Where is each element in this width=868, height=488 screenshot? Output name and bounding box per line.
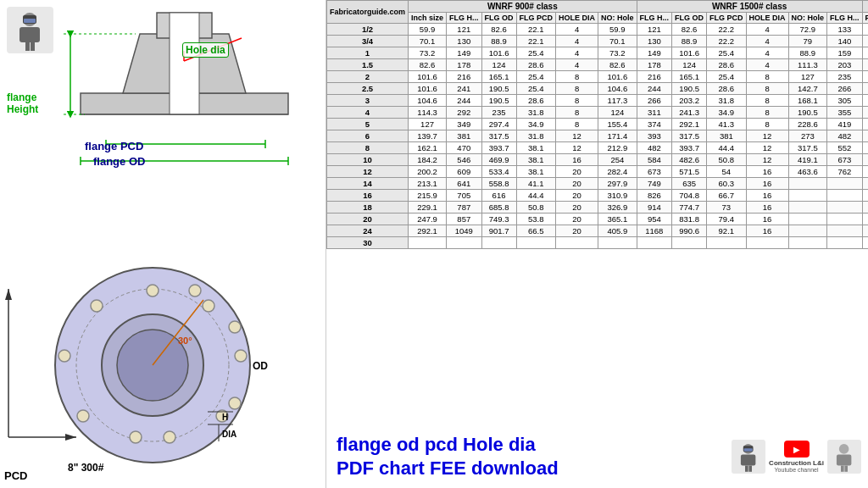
table-cell: 326.9	[598, 202, 637, 214]
svg-rect-59	[744, 449, 753, 452]
svg-point-32	[130, 431, 142, 443]
svg-rect-62	[837, 455, 851, 466]
col-hole-dia-1500: HOLE DIA	[746, 13, 788, 24]
table-cell: 16	[746, 166, 788, 178]
table-cell: 124	[481, 59, 516, 71]
table-cell	[788, 190, 827, 202]
table-cell: 635	[672, 178, 707, 190]
table-cell	[556, 237, 598, 249]
table-row: 6139.7381317.531.812171.4393317.53811227…	[327, 130, 869, 142]
svg-point-61	[839, 444, 849, 454]
table-row: 30	[327, 237, 869, 249]
table-cell: 419.1	[788, 154, 827, 166]
col-flg-h-2500: FLG H...	[827, 13, 863, 24]
table-cell: 8	[327, 142, 409, 154]
table-cell: 2	[327, 71, 409, 83]
table-cell: 533.4	[481, 166, 516, 178]
table-row: 173.2149101.625.4473.2149101.625.4488.91…	[327, 47, 869, 59]
table-cell: 4	[746, 47, 788, 59]
table-cell: 34.9	[707, 107, 747, 119]
table-cell: 1.5	[327, 59, 409, 71]
table-cell: 20	[556, 190, 598, 202]
yt-badge[interactable]: ▶ Construction L&i Youtube channel	[769, 441, 824, 473]
table-cell: 273	[862, 107, 868, 119]
table-cell: 546	[447, 154, 482, 166]
table-cell: 117.3	[598, 95, 637, 107]
table-cell: 111.3	[788, 59, 827, 71]
table-cell: 196.8	[862, 83, 868, 95]
col-flg-od-2500: FLG OD	[862, 13, 868, 24]
col-flg-h-900: FLG H...	[447, 13, 482, 24]
table-cell: 292.1	[409, 225, 447, 237]
table-cell: 641	[447, 178, 482, 190]
svg-rect-3	[25, 42, 30, 51]
flange-od-label: flange OD	[93, 155, 145, 168]
table-cell: 297.9	[598, 178, 637, 190]
logo	[7, 7, 53, 53]
table-cell: 28.6	[707, 59, 747, 71]
col-no-hole-900: NO: Hole	[598, 13, 637, 24]
table-cell: 162.1	[409, 142, 447, 154]
table-cell: 4	[556, 24, 598, 36]
table-cell: 12	[746, 130, 788, 142]
table-cell: 31.8	[516, 130, 556, 142]
svg-rect-55	[741, 455, 755, 466]
table-cell: 244	[637, 83, 672, 95]
table-cell: 72.9	[788, 24, 827, 36]
table-cell: 88.9	[481, 36, 516, 47]
yt-sub: Youtube channel	[775, 467, 819, 473]
svg-point-35	[91, 300, 103, 312]
table-cell: 31.8	[707, 95, 747, 107]
table-cell: 155.4	[598, 119, 637, 130]
table-cell: 8	[556, 119, 598, 130]
table-cell: 463.6	[788, 166, 827, 178]
table-cell: 22.1	[516, 24, 556, 36]
table-cell	[862, 178, 868, 190]
table-cell: 178	[447, 59, 482, 71]
col-inch: Inch size	[409, 13, 447, 24]
svg-point-28	[203, 300, 214, 312]
table-cell: 16	[327, 190, 409, 202]
table-cell: 20	[327, 214, 409, 225]
table-cell: 482	[827, 130, 863, 142]
table-cell: 8	[746, 107, 788, 119]
table-row: 1/259.912182.622.1459.912182.622.2472.91…	[327, 24, 869, 36]
table-cell: 393.7	[481, 142, 516, 154]
table-cell	[827, 237, 863, 249]
table-cell: 901.7	[481, 225, 516, 237]
table-cell: 139.7	[409, 130, 447, 142]
table-cell: 82.6	[409, 59, 447, 71]
table-cell	[788, 237, 827, 249]
table-cell: 3	[327, 95, 409, 107]
table-cell: 8	[556, 71, 598, 83]
table-cell	[516, 237, 556, 249]
table-cell: 235	[827, 71, 863, 83]
svg-point-38	[229, 397, 241, 409]
logo-right2	[827, 440, 861, 474]
table-container[interactable]: Fabricatorguide.com WNRF 900# class WNRF…	[326, 0, 868, 428]
table-cell: 18	[327, 202, 409, 214]
table-row: 12200.2609533.438.120282.4673571.5541646…	[327, 166, 869, 178]
side-diagram	[55, 8, 318, 212]
table-cell: 73	[707, 202, 747, 214]
flange-table: Fabricatorguide.com WNRF 900# class WNRF…	[326, 0, 868, 249]
table-cell: 16	[746, 225, 788, 237]
table-cell: 216	[447, 71, 482, 83]
table-cell	[637, 237, 672, 249]
table-cell: 14	[327, 178, 409, 190]
table-cell: 159	[827, 47, 863, 59]
table-cell: 584	[637, 154, 672, 166]
table-cell: 609	[447, 166, 482, 178]
table-cell: 355	[827, 107, 863, 119]
table-cell: 140	[827, 36, 863, 47]
col-flg-pcd-900: FLG PCD	[516, 13, 556, 24]
svg-text:8" 300#: 8" 300#	[68, 462, 104, 474]
table-cell: 190.5	[481, 95, 516, 107]
table-cell: 130	[447, 36, 482, 47]
table-cell: 82.6	[481, 24, 516, 36]
table-cell: 200.2	[409, 166, 447, 178]
table-cell: 165.1	[672, 71, 707, 83]
class1500-header: WNRF 1500# class	[637, 1, 862, 13]
table-cell: 619.3	[862, 166, 868, 178]
table-cell: 954	[637, 214, 672, 225]
